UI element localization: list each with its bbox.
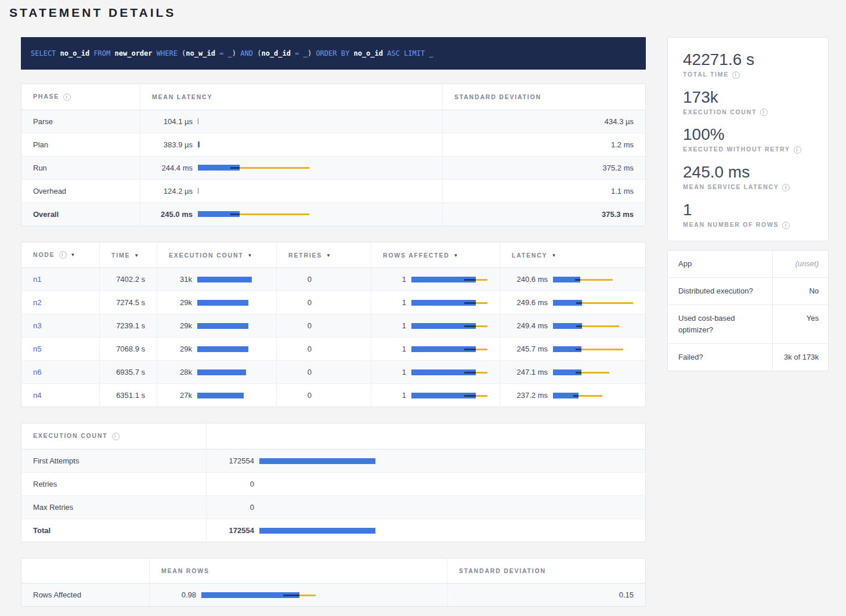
latency-bar — [553, 369, 634, 376]
sort-arrow-icon — [71, 252, 77, 258]
time-column-header[interactable]: TIME — [100, 242, 157, 268]
exec-value: 172554 — [218, 456, 254, 465]
retries-value: 0 — [288, 368, 312, 376]
latency-cell: 249.6 ms — [500, 291, 646, 314]
stat-mean-number-of-rows: 1 MEAN NUMBER OF ROWS — [683, 201, 813, 229]
phase-latency-table: PHASE MEAN LATENCY STANDARD DEVIATION Pa… — [21, 84, 646, 226]
node-row: n3 7239.1 s 29k 0 1 249.4 ms — [21, 314, 646, 338]
info-icon[interactable] — [59, 251, 67, 259]
time-value: 6935.7 s — [100, 361, 157, 384]
attribute-row-distributed-execution: Distributed execution? No — [668, 278, 828, 305]
latency-bar — [553, 323, 634, 329]
execution-count-cell: 27k — [157, 384, 277, 407]
exec-count-bar — [259, 458, 634, 465]
info-icon[interactable] — [63, 93, 71, 101]
exec-value: 172554 — [218, 526, 254, 535]
mean-latency-cell: 124.2 µs — [140, 179, 443, 202]
sql-token: ASC — [383, 49, 400, 57]
phase-column-label: PHASE — [33, 93, 59, 100]
execution-count-bar — [197, 392, 265, 399]
latency-value: 249.4 ms — [512, 321, 548, 330]
node-column-header[interactable]: NODE — [21, 242, 100, 268]
retries-cell: 0 — [277, 384, 371, 407]
execution-count-header-label: EXECUTION COUNT — [33, 432, 108, 439]
rows-affected-column-label: ROWS AFFECTED — [383, 252, 450, 259]
attribute-value: Yes — [772, 305, 828, 343]
node-link[interactable]: n1 — [33, 275, 41, 284]
std-dev-column-header: STANDARD DEVIATION — [443, 84, 646, 110]
execution-count-value: 27k — [169, 391, 192, 400]
sql-token: new_order — [110, 49, 152, 57]
std-dev-value: 375.3 ms — [443, 202, 646, 226]
rows-affected-cell: 1 — [371, 314, 500, 338]
exec-value: 0 — [218, 480, 254, 488]
execution-count-column-header[interactable]: EXECUTION COUNT — [157, 242, 277, 268]
attribute-label: Failed? — [668, 344, 772, 371]
info-icon[interactable] — [782, 222, 790, 229]
sql-token: AND — [236, 49, 253, 57]
rows-affected-cell: 1 — [371, 338, 500, 361]
rows-affected-header-spacer — [21, 559, 150, 584]
rows-affected-value: 1 — [383, 368, 406, 376]
info-icon[interactable] — [732, 71, 740, 79]
mean-latency-column-header: MEAN LATENCY — [140, 84, 443, 110]
retries-column-header[interactable]: RETRIES — [277, 242, 371, 268]
mean-rows-column-header: MEAN ROWS — [150, 559, 447, 584]
stat-label: TOTAL TIME — [683, 71, 729, 78]
statement-attributes-card: App (unset) Distributed execution? No Us… — [667, 250, 829, 372]
node-link[interactable]: n5 — [33, 345, 41, 353]
latency-bar — [553, 392, 634, 399]
latency-cell: 247.1 ms — [500, 361, 646, 384]
stat-total-time: 42271.6 s TOTAL TIME — [683, 50, 813, 79]
std-dev-value: 1.2 ms — [443, 133, 646, 156]
retries-cell: 0 — [277, 268, 371, 291]
stat-label: MEAN SERVICE LATENCY — [683, 183, 779, 190]
node-link[interactable]: n4 — [33, 391, 41, 400]
execution-count-value: 31k — [169, 275, 192, 284]
execution-count-column-label: EXECUTION COUNT — [169, 252, 244, 259]
exec-count-bar — [259, 527, 634, 534]
rows-affected-column-header[interactable]: ROWS AFFECTED — [371, 242, 500, 268]
info-icon[interactable] — [782, 184, 790, 191]
latency-value: 237.2 ms — [512, 391, 548, 400]
rows-affected-value: 1 — [383, 391, 406, 400]
rows-affected-value: 1 — [383, 321, 406, 330]
mean-latency-cell: 383.9 µs — [140, 133, 443, 156]
node-cell: n4 — [21, 384, 100, 407]
node-row: n5 7068.9 s 29k 0 1 245.7 ms — [21, 338, 646, 361]
exec-value-cell: 0 — [207, 473, 646, 496]
info-icon[interactable] — [794, 146, 801, 154]
attribute-label: Distributed execution? — [668, 278, 772, 305]
mean-latency-cell: 104.1 µs — [140, 110, 443, 133]
latency-bar — [198, 187, 431, 194]
attribute-value: No — [772, 278, 828, 305]
retries-value: 0 — [288, 391, 312, 400]
rows-affected-bar — [411, 299, 488, 306]
attribute-row-app: App (unset) — [668, 251, 828, 278]
stat-label: MEAN NUMBER OF ROWS — [683, 221, 779, 228]
retries-value: 0 — [288, 275, 312, 284]
stat-value: 1 — [683, 201, 813, 219]
stat-value: 245.0 ms — [683, 163, 813, 182]
node-link[interactable]: n3 — [33, 321, 41, 330]
stat-value: 100% — [683, 125, 813, 144]
attribute-label: Used cost-based optimizer? — [668, 305, 772, 343]
mean-latency-value: 124.2 µs — [152, 187, 193, 195]
phase-column-header: PHASE — [21, 84, 140, 110]
node-link[interactable]: n2 — [33, 298, 41, 307]
attribute-row-failed: Failed? 3k of 173k — [668, 344, 828, 371]
latency-bar — [553, 276, 634, 283]
node-row: n2 7274.5 s 29k 0 1 249.6 ms — [21, 291, 646, 314]
std-dev-value: 1.1 ms — [443, 179, 646, 202]
exec-label: First Attempts — [21, 450, 207, 473]
node-link[interactable]: n6 — [33, 368, 41, 376]
std-dev-column-header: STANDARD DEVIATION — [447, 559, 646, 584]
info-icon[interactable] — [112, 433, 120, 440]
node-header-row: NODE TIME EXECUTION COUNT RETRIES ROWS A… — [21, 242, 646, 268]
time-value: 7402.2 s — [100, 268, 157, 291]
latency-column-header[interactable]: LATENCY — [500, 242, 646, 268]
mean-latency-value: 245.0 ms — [152, 210, 193, 219]
info-icon[interactable] — [760, 108, 768, 116]
stat-value: 173k — [683, 88, 813, 107]
latency-bar — [198, 118, 431, 125]
